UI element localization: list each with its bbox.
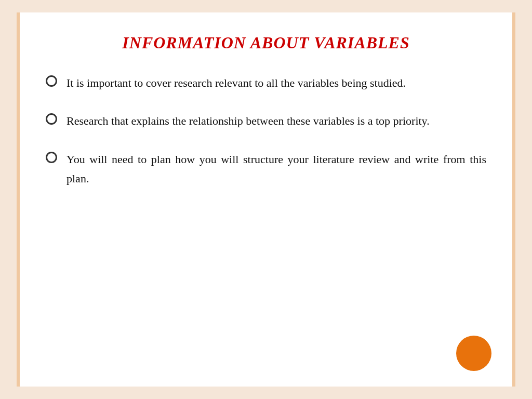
bullet-list: It is important to cover research releva… — [46, 73, 486, 189]
bullet-text-3: You will need to plan how you will struc… — [66, 150, 486, 189]
bullet-item-2: Research that explains the relationship … — [46, 111, 486, 130]
bullet-text-2: Research that explains the relationship … — [66, 111, 486, 130]
bullet-icon-3 — [46, 152, 57, 163]
bullet-item-1: It is important to cover research releva… — [46, 73, 486, 92]
bullet-item-3: You will need to plan how you will struc… — [46, 150, 486, 189]
bullet-text-1: It is important to cover research releva… — [66, 73, 486, 92]
bullet-icon-2 — [46, 113, 57, 125]
slide-title: INFORMATION ABOUT VARIABLES — [46, 33, 486, 52]
bullet-icon-1 — [46, 75, 57, 87]
slide: INFORMATION ABOUT VARIABLES It is import… — [17, 12, 515, 387]
orange-circle-decoration — [456, 336, 491, 371]
